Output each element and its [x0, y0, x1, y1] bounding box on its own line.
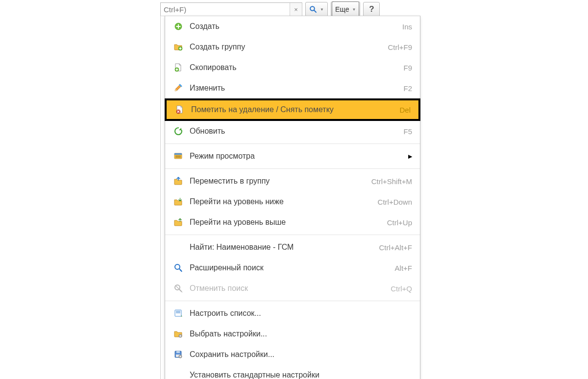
menu-item[interactable]: Перейти на уровень вышеCtrl+Up [165, 212, 420, 233]
menu-item[interactable]: Перейти на уровень нижеCtrl+Down [165, 191, 420, 212]
search-input[interactable] [161, 3, 302, 16]
plus-circle-icon [173, 21, 184, 32]
menu-item-shortcut: Ctrl+Q [391, 284, 412, 293]
menu-item-label: Установить стандартные настройки [190, 371, 408, 379]
pencil-icon [173, 83, 184, 94]
chevron-down-icon: ▼ [320, 7, 324, 12]
menu-item-label: Перейти на уровень ниже [190, 197, 374, 206]
menu-item-label: Сохранить настройки... [190, 350, 408, 359]
menu-item-label: Создать группу [190, 43, 384, 51]
spacer-icon [173, 370, 184, 379]
folder-plus-icon [173, 42, 184, 52]
menu-item-shortcut: F5 [403, 127, 412, 136]
menu-item-shortcut: Ctrl+Alt+F [379, 243, 412, 252]
menu-item[interactable]: СкопироватьF9 [165, 57, 420, 78]
menu-item-label: Отменить поиск [190, 284, 387, 293]
menu-item-label: Расширенный поиск [190, 263, 391, 272]
spacer-icon [173, 242, 184, 253]
menu-item[interactable]: ИзменитьF2 [165, 78, 420, 98]
menu-item-shortcut: F9 [403, 64, 412, 72]
folder-move-icon [173, 176, 184, 187]
search-box: × [160, 2, 302, 16]
menu-item[interactable]: ОбновитьF5 [165, 121, 420, 142]
chevron-down-icon: ▼ [352, 7, 356, 12]
menu-item[interactable]: Сохранить настройки... [165, 344, 420, 365]
submenu-arrow-icon: ▶ [408, 153, 412, 160]
menu-item[interactable]: Режим просмотра▶ [165, 146, 420, 166]
menu-item[interactable]: Установить стандартные настройки [165, 365, 420, 379]
menu-item-label: Скопировать [190, 63, 399, 72]
more-dropdown-menu: СоздатьInsСоздать группуCtrl+F9Скопирова… [165, 16, 420, 379]
search-dropdown-button[interactable]: ▼ [305, 2, 328, 17]
menu-item-shortcut: Del [399, 106, 411, 114]
refresh-icon [173, 126, 184, 137]
highlighted-menu-item-frame: Пометить на удаление / Снять пометкуDel [165, 98, 420, 121]
search-icon [309, 5, 317, 13]
more-button-label: Еще [335, 5, 349, 13]
search-cancel-icon [173, 283, 184, 294]
view-mode-icon [173, 151, 184, 162]
menu-item-shortcut: Ins [402, 23, 412, 31]
menu-item-shortcut: Ctrl+Up [387, 218, 412, 227]
svg-line-1 [314, 10, 316, 12]
menu-item-label: Найти: Наименование - ГСМ [190, 243, 375, 252]
menu-item[interactable]: Выбрать настройки... [165, 324, 420, 344]
menu-item-label: Пометить на удаление / Снять пометку [191, 105, 395, 114]
page-delete-icon [174, 104, 185, 115]
menu-separator [165, 168, 420, 169]
menu-item-shortcut: Ctrl+Down [378, 198, 412, 206]
menu-item: Отменить поискCtrl+Q [165, 278, 420, 299]
menu-item-label: Выбрать настройки... [190, 330, 408, 338]
more-button-outer[interactable]: Еще ▼ [331, 1, 360, 17]
menu-item-shortcut: F2 [403, 84, 412, 93]
vertical-rule [160, 16, 161, 379]
menu-item-shortcut: Alt+F [395, 264, 412, 272]
menu-item-label: Переместить в группу [190, 177, 368, 186]
more-button: Еще ▼ [332, 1, 359, 17]
search-adv-icon [173, 262, 184, 273]
menu-item[interactable]: Переместить в группуCtrl+Shift+M [165, 171, 420, 191]
menu-separator [165, 143, 420, 144]
folder-up-icon [173, 217, 184, 228]
menu-item-label: Создать [190, 22, 398, 31]
menu-item-label: Перейти на уровень выше [190, 218, 383, 227]
menu-item[interactable]: Создать группуCtrl+F9 [165, 37, 420, 57]
clear-search-button[interactable]: × [290, 3, 302, 16]
menu-item-shortcut: Ctrl+Shift+M [371, 177, 412, 186]
folder-down-icon [173, 196, 184, 207]
help-button-label: ? [369, 4, 374, 14]
menu-item[interactable]: СоздатьIns [165, 16, 420, 37]
page-plus-icon [173, 62, 184, 73]
menu-item[interactable]: Настроить список... [165, 303, 420, 324]
disk-gear-icon [173, 349, 184, 360]
list-settings-icon [173, 308, 184, 319]
menu-item[interactable]: Найти: Наименование - ГСМCtrl+Alt+F [165, 237, 420, 258]
menu-item-label: Настроить список... [190, 309, 408, 318]
menu-item-label: Обновить [190, 127, 399, 136]
close-icon: × [294, 6, 298, 13]
menu-item-label: Изменить [190, 84, 399, 93]
menu-item-label: Режим просмотра [190, 152, 404, 161]
menu-item[interactable]: Расширенный поискAlt+F [165, 258, 420, 278]
menu-separator [165, 235, 420, 235]
menu-item-shortcut: Ctrl+F9 [388, 43, 412, 51]
help-button[interactable]: ? [363, 2, 380, 17]
menu-item[interactable]: Пометить на удаление / Снять пометкуDel [167, 100, 418, 119]
menu-separator [165, 301, 420, 301]
folder-gear-icon [173, 329, 184, 339]
